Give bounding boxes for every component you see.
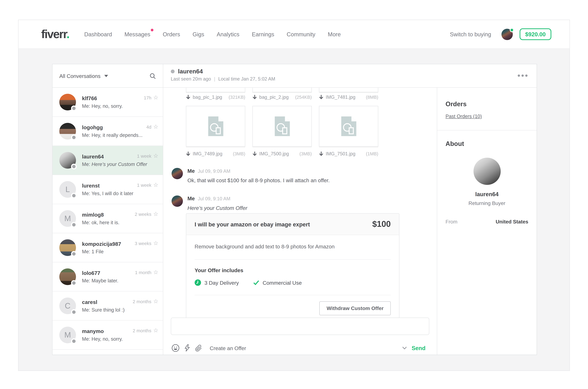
download-icon[interactable] (319, 152, 323, 156)
conversation-item-kompozicija987[interactable]: kompozicija987 Me: 1 File 3 weeks☆ (53, 233, 163, 262)
status-dot-icon (71, 222, 77, 227)
attach-file-icon[interactable] (195, 344, 202, 352)
conversation-preview: Me: Yes, I will do it later (82, 191, 133, 196)
message-input[interactable] (171, 318, 429, 335)
avatar (59, 94, 76, 110)
attachment-filename[interactable]: IMG_7501.jpg (326, 151, 355, 157)
conversation-item-manymo[interactable]: M manymo Me: Hey, no, sorry. 2 months☆ (53, 321, 163, 350)
notification-dot-icon (151, 29, 153, 31)
star-icon[interactable]: ☆ (153, 153, 158, 159)
conversation-name: logohgg (82, 124, 143, 130)
attachment-filename[interactable]: bag_pic_2.jpg (259, 95, 289, 100)
quick-response-icon[interactable] (184, 344, 190, 352)
offer-feature-delivery: 3 Day Delivery (195, 279, 239, 286)
messaging-panel: All Conversations klf766 Me: Hey, no, so… (52, 64, 537, 355)
status-dot-icon (71, 193, 77, 198)
download-icon[interactable] (319, 95, 323, 100)
custom-offer-card: I will be your amazon or ebay image expe… (186, 213, 399, 323)
conversation-item-lolo677[interactable]: lolo677 Me: Maybe later. 1 month☆ (53, 262, 163, 292)
attachment-size: (254KB) (295, 95, 312, 100)
image-file-icon (274, 116, 290, 136)
attachment-filename[interactable]: IMG_7481.jpg (326, 95, 355, 100)
orders-heading: Orders (445, 88, 528, 108)
chevron-down-icon[interactable] (104, 75, 108, 77)
conversation-item-lauren64[interactable]: lauren64 Me: Here’s your Custom Offer 1 … (53, 146, 163, 175)
attachment-card[interactable] (319, 88, 378, 92)
avatar-letter: L (65, 185, 70, 194)
logo-text: fiverr (41, 28, 66, 41)
attachment-card[interactable] (252, 106, 312, 147)
download-icon[interactable] (186, 152, 190, 156)
attachment-card[interactable] (186, 88, 245, 92)
page-card: fiverr. Dashboard Messages Orders Gigs A… (18, 20, 570, 371)
status-dot-icon (71, 251, 77, 257)
attachment-size: (3MB) (233, 151, 245, 157)
buyer-avatar (473, 158, 500, 185)
star-icon[interactable]: ☆ (153, 124, 158, 130)
conversation-item-logohgg[interactable]: logohgg Me: Hey, it really depends... 4d… (53, 117, 163, 146)
nav-item-earnings[interactable]: Earnings (252, 31, 274, 37)
send-options-chevron-icon[interactable] (402, 346, 407, 350)
nav-item-gigs[interactable]: Gigs (193, 31, 204, 37)
star-icon[interactable]: ☆ (153, 95, 158, 100)
star-icon[interactable]: ☆ (153, 240, 158, 246)
conversation-item-klf766[interactable]: klf766 Me: Hey, no, sorry. 17h☆ (53, 88, 163, 117)
check-icon (253, 280, 259, 285)
buyer-country: United States (496, 219, 528, 225)
conversation-item-caresl[interactable]: C caresl Me: Sure thing lol :) 2 months☆ (53, 292, 163, 321)
attachment-filename[interactable]: IMG_7489.jpg (193, 151, 222, 157)
conversation-time: 2 months (133, 299, 151, 304)
nav-item-dashboard[interactable]: Dashboard (84, 31, 112, 37)
download-icon[interactable] (252, 152, 257, 156)
avatar (172, 168, 183, 179)
nav-item-analytics[interactable]: Analytics (217, 31, 239, 37)
star-icon[interactable]: ☆ (153, 299, 158, 304)
conversation-name: manymo (82, 328, 123, 334)
nav-item-more[interactable]: More (328, 31, 341, 37)
nav-item-orders[interactable]: Orders (163, 31, 180, 37)
fiverr-logo[interactable]: fiverr. (41, 28, 69, 40)
status-dot-icon (71, 164, 77, 169)
withdraw-offer-button[interactable]: Withdraw Custom Offer (320, 301, 391, 315)
offer-title: I will be your amazon or ebay image expe… (195, 221, 310, 227)
conversation-item-lurenst[interactable]: L lurenst Me: Yes, I will do it later 1 … (53, 175, 163, 204)
conversations-header: All Conversations (53, 64, 163, 88)
star-icon[interactable]: ☆ (153, 270, 158, 275)
avatar (59, 268, 76, 285)
attachment-card[interactable] (252, 88, 312, 92)
emoji-icon[interactable] (172, 344, 179, 352)
avatar (59, 239, 76, 256)
balance-button[interactable]: $920.00 (520, 28, 551, 40)
chat-peer-status: Last seen 20m ago|Local time Jan 27, 5:0… (171, 76, 537, 82)
star-icon[interactable]: ☆ (153, 182, 158, 188)
attachment-card[interactable] (186, 106, 245, 147)
switch-to-buying-link[interactable]: Switch to buying (450, 31, 491, 37)
user-avatar[interactable] (501, 29, 513, 40)
conversation-time: 1 month (135, 270, 151, 275)
buyer-type-label: Returning Buyer (445, 200, 528, 206)
conversation-time: 1 week (137, 183, 151, 188)
star-icon[interactable]: ☆ (153, 328, 158, 333)
chat-peer-name: lauren64 (178, 68, 203, 75)
attachment-filename[interactable]: bag_pic_1.jpg (193, 95, 222, 100)
nav-item-community[interactable]: Community (287, 31, 315, 37)
conversation-item-mimlog8[interactable]: M mimlog8 Me: ok, here it is. 2 weeks☆ (53, 204, 163, 233)
message-text: Ok, that will cost $100 for all 8-9 phot… (187, 177, 425, 183)
nav-item-messages[interactable]: Messages (124, 31, 150, 37)
status-dot-icon (71, 309, 77, 315)
image-file-icon (341, 116, 356, 136)
download-icon[interactable] (186, 95, 190, 100)
chat-menu-button[interactable] (518, 74, 528, 77)
avatar: L (59, 181, 76, 198)
conversations-filter[interactable]: All Conversations (59, 73, 100, 79)
download-icon[interactable] (252, 95, 257, 100)
search-icon[interactable] (149, 72, 156, 79)
past-orders-link[interactable]: Past Orders (10) (445, 113, 482, 119)
star-icon[interactable]: ☆ (153, 211, 158, 217)
send-button[interactable]: Send (412, 345, 425, 351)
create-offer-button[interactable]: Create an Offer (210, 345, 246, 351)
attachment-label: IMG_7500.jpg (3MB) (252, 151, 312, 157)
attachment-filename[interactable]: IMG_7500.jpg (259, 151, 289, 157)
attachment-card[interactable] (319, 106, 378, 147)
avatar: M (59, 210, 76, 227)
